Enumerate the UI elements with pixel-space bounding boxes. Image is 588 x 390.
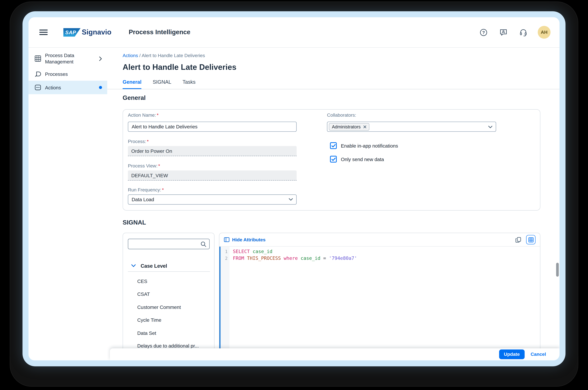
code-line[interactable]: SELECT case_id xyxy=(233,248,540,255)
collaborator-token[interactable]: Administrators xyxy=(329,123,369,130)
cancel-button[interactable]: Cancel xyxy=(531,352,546,357)
table-grid-icon xyxy=(528,237,533,242)
code-line[interactable]: FROM THIS_PROCESS where case_id = '794e8… xyxy=(233,255,540,262)
sidebar-item-actions[interactable]: Actions xyxy=(29,81,107,94)
line-number: 2 xyxy=(221,255,228,262)
editor-code[interactable]: SELECT case_idFROM THIS_PROCESS where ca… xyxy=(230,246,540,360)
table-view-button[interactable] xyxy=(526,235,536,244)
avatar-initials: AH xyxy=(541,30,548,35)
process-view-readonly-field: DEFAULT_VIEW xyxy=(128,170,297,181)
signal-editor-toolbar: Hide Attributes xyxy=(219,233,540,246)
grid-table-icon xyxy=(35,55,41,62)
action-name-input[interactable] xyxy=(128,122,297,132)
line-number: 1 xyxy=(221,248,228,255)
feedback-icon[interactable] xyxy=(500,28,508,36)
help-icon[interactable]: ? xyxy=(480,28,487,36)
remove-token-icon[interactable] xyxy=(363,125,366,128)
device-stage: SAP Signavio Process Intelligence ? xyxy=(0,0,588,390)
actions-icon xyxy=(35,84,41,91)
run-frequency-label: Run Frequency:* xyxy=(128,187,164,193)
general-form-card: Action Name:* Process:* Order to Power O… xyxy=(123,109,540,211)
hide-attributes-button[interactable]: Hide Attributes xyxy=(224,237,266,243)
run-frequency-value: Data Load xyxy=(132,197,154,202)
hide-attributes-label: Hide Attributes xyxy=(232,237,266,242)
collaborators-label: Collaborators: xyxy=(327,113,356,118)
page-title: Alert to Handle Late Deliveries xyxy=(123,63,236,72)
headset-icon[interactable] xyxy=(519,28,527,36)
checkbox-checked-icon[interactable] xyxy=(330,142,337,149)
header-actions: ? AH xyxy=(480,26,550,39)
process-readonly-field: Order to Power On xyxy=(128,146,297,156)
attribute-search-input[interactable] xyxy=(131,241,201,247)
footer-action-bar: Update Cancel xyxy=(110,348,560,360)
editor-toolbar-right xyxy=(515,235,536,244)
attribute-list: CESCSATCustomer CommentCycle TimeData Se… xyxy=(123,272,214,352)
required-asterisk: * xyxy=(157,113,158,118)
search-icon[interactable] xyxy=(200,241,206,247)
checkbox-label: Only send new data xyxy=(341,156,384,162)
attribute-item[interactable]: Customer Comment xyxy=(123,301,214,314)
breadcrumb-separator: / xyxy=(138,53,142,58)
chevron-down-icon xyxy=(289,198,293,201)
tab-general[interactable]: General xyxy=(123,79,142,89)
sap-logo-text: SAP xyxy=(65,30,76,35)
editor-gutter: 12 xyxy=(221,246,230,360)
hamburger-menu-icon[interactable] xyxy=(39,29,48,35)
window-glow-frame: SAP Signavio Process Intelligence ? xyxy=(22,11,565,366)
top-bar: SAP Signavio Process Intelligence ? xyxy=(29,17,559,48)
signal-code-editor[interactable]: 12 SELECT case_idFROM THIS_PROCESS where… xyxy=(219,246,540,360)
breadcrumb-link-actions[interactable]: Actions xyxy=(123,53,138,58)
sidebar-nav: Process Data Management Processes xyxy=(29,48,107,360)
required-asterisk: * xyxy=(162,187,164,193)
sidebar-item-label: Actions xyxy=(45,84,61,91)
user-avatar[interactable]: AH xyxy=(538,26,550,39)
chevron-right-icon xyxy=(99,56,102,61)
tab-strip: General SIGNAL Tasks xyxy=(123,79,196,89)
sidebar-item-process-data-management[interactable]: Process Data Management xyxy=(29,50,107,67)
enable-notifications-checkbox-row[interactable]: Enable in-app notifications xyxy=(330,142,398,149)
tab-signal[interactable]: SIGNAL xyxy=(153,79,171,89)
attribute-item[interactable]: Cycle Time xyxy=(123,314,214,327)
process-label: Process:* xyxy=(128,139,149,144)
required-asterisk: * xyxy=(158,163,160,169)
app-window: SAP Signavio Process Intelligence ? xyxy=(29,17,559,360)
chevron-down-icon xyxy=(488,126,492,128)
update-button[interactable]: Update xyxy=(499,349,525,359)
sidebar-item-label: Processes xyxy=(45,71,68,77)
main-content: Actions / Alert to Handle Late Deliverie… xyxy=(107,48,559,360)
attribute-item[interactable]: CSAT xyxy=(123,288,214,301)
attribute-search-box xyxy=(128,239,210,249)
case-level-group-label: Case Level xyxy=(141,263,167,269)
collaborators-combobox[interactable]: Administrators xyxy=(327,122,496,132)
signavio-logo-text: Signavio xyxy=(82,28,112,36)
scrollbar-thumb[interactable] xyxy=(556,263,559,277)
sidebar-item-label: Process Data Management xyxy=(45,52,89,65)
product-title: Process Intelligence xyxy=(129,29,190,36)
breadcrumb: Actions / Alert to Handle Late Deliverie… xyxy=(123,53,205,58)
processes-icon xyxy=(35,71,41,77)
case-level-group-header[interactable]: Case Level xyxy=(128,260,210,272)
sidebar-item-processes[interactable]: Processes xyxy=(29,67,107,81)
action-name-label: Action Name:* xyxy=(128,113,158,118)
notification-dot xyxy=(99,86,102,89)
sap-signavio-logo[interactable]: SAP Signavio xyxy=(63,28,112,37)
collaborator-token-label: Administrators xyxy=(332,124,361,129)
signal-section-heading: SIGNAL xyxy=(123,219,146,226)
sidebar-layout-icon xyxy=(224,237,230,243)
only-new-data-checkbox-row[interactable]: Only send new data xyxy=(330,156,384,163)
signal-editor-panel: Hide Attributes xyxy=(219,233,541,360)
tab-tasks[interactable]: Tasks xyxy=(183,79,196,89)
attribute-item[interactable]: CES xyxy=(123,275,214,288)
required-asterisk: * xyxy=(147,139,149,144)
breadcrumb-current: Alert to Handle Late Deliveries xyxy=(142,53,205,58)
run-frequency-select[interactable]: Data Load xyxy=(128,195,297,204)
editor-left-accent xyxy=(219,246,220,360)
general-section-heading: General xyxy=(123,94,146,101)
checkbox-label: Enable in-app notifications xyxy=(341,143,398,148)
checkbox-checked-icon[interactable] xyxy=(330,156,337,163)
sap-logo-mark: SAP xyxy=(63,28,80,37)
copy-icon[interactable] xyxy=(515,237,521,243)
tab-strip-divider xyxy=(107,89,559,89)
process-view-label: Process View:* xyxy=(128,163,160,169)
attribute-item[interactable]: Data Set xyxy=(123,327,214,340)
